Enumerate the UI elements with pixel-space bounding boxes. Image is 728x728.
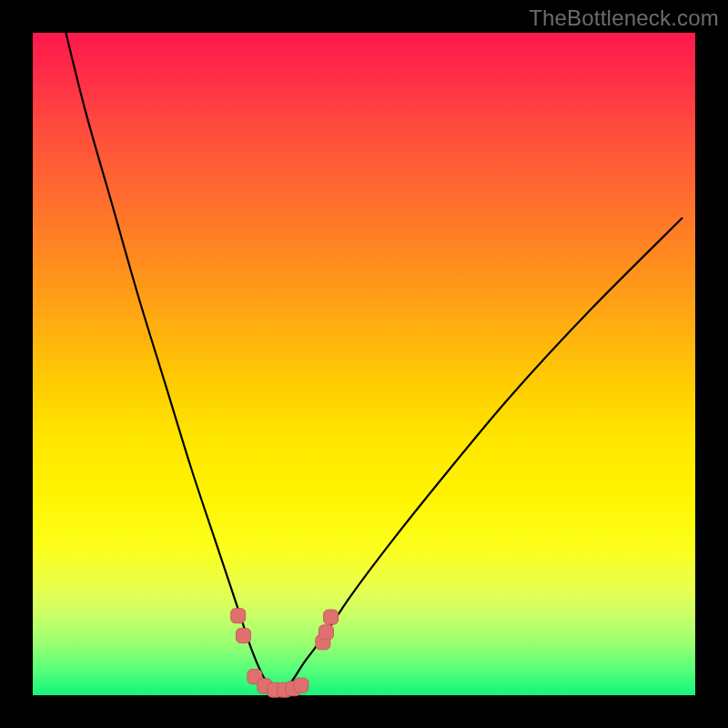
curve-layer [33, 33, 695, 695]
marker-dot [294, 678, 308, 693]
watermark-text: TheBottleneck.com [529, 5, 719, 31]
plot-area [33, 33, 695, 695]
marker-dot [231, 609, 246, 623]
marker-dot [324, 610, 339, 624]
marker-dot [237, 628, 251, 642]
bottleneck-curve [66, 33, 682, 692]
highlight-markers [231, 609, 339, 698]
chart-stage: TheBottleneck.com [0, 0, 728, 728]
marker-dot [319, 625, 334, 640]
